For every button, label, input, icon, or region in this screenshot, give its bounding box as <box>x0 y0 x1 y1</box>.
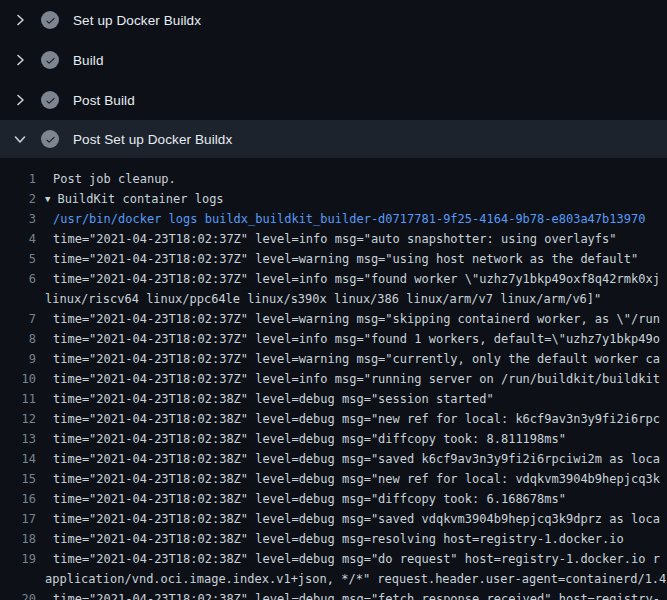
line-number[interactable]: 5 <box>0 252 36 266</box>
log-text: time="2021-04-23T18:02:38Z" level=debug … <box>53 412 660 426</box>
step-label: Set up Docker Buildx <box>73 13 201 28</box>
log-row: 2▼BuildKit container logs <box>0 189 667 209</box>
step-label: Build <box>73 53 104 68</box>
log-text: time="2021-04-23T18:02:38Z" level=debug … <box>53 552 660 566</box>
line-number[interactable]: 18 <box>0 532 36 546</box>
step-label: Post Build <box>73 93 135 108</box>
log-row: 10time="2021-04-23T18:02:37Z" level=info… <box>0 369 667 389</box>
log-row: 15time="2021-04-23T18:02:38Z" level=debu… <box>0 469 667 489</box>
chevron-right-icon[interactable] <box>12 52 28 68</box>
line-number[interactable]: 16 <box>0 492 36 506</box>
line-number[interactable]: 10 <box>0 372 36 386</box>
log-row: 3/usr/bin/docker logs buildx_buildkit_bu… <box>0 209 667 229</box>
steps-list: Set up Docker Buildx Build Post Build Po… <box>0 0 667 158</box>
log-row: 12time="2021-04-23T18:02:38Z" level=debu… <box>0 409 667 429</box>
log-row: 4time="2021-04-23T18:02:37Z" level=info … <box>0 229 667 249</box>
log-text: time="2021-04-23T18:02:38Z" level=debug … <box>53 592 660 600</box>
log-text: time="2021-04-23T18:02:38Z" level=debug … <box>53 532 624 546</box>
log-row: 7time="2021-04-23T18:02:37Z" level=warni… <box>0 309 667 329</box>
log-text: Post job cleanup. <box>53 172 176 186</box>
log-row: 9time="2021-04-23T18:02:37Z" level=warni… <box>0 349 667 369</box>
log-row: 14time="2021-04-23T18:02:38Z" level=debu… <box>0 449 667 469</box>
log-text: time="2021-04-23T18:02:37Z" level=info m… <box>53 332 660 346</box>
line-number[interactable]: 2 <box>0 192 36 206</box>
log-row: 20time="2021-04-23T18:02:38Z" level=debu… <box>0 589 667 600</box>
log-text: time="2021-04-23T18:02:38Z" level=debug … <box>53 452 660 466</box>
line-number[interactable]: 7 <box>0 312 36 326</box>
log-row: 11time="2021-04-23T18:02:38Z" level=debu… <box>0 389 667 409</box>
step-row-post-set-up-docker-buildx[interactable]: Post Set up Docker Buildx <box>0 120 667 158</box>
chevron-down-icon[interactable] <box>12 131 28 147</box>
line-number[interactable]: 14 <box>0 452 36 466</box>
log-lines: 1Post job cleanup.2▼BuildKit container l… <box>0 158 667 600</box>
log-row: 18time="2021-04-23T18:02:38Z" level=debu… <box>0 529 667 549</box>
log-text: linux/riscv64 linux/ppc64le linux/s390x … <box>45 292 601 306</box>
line-number[interactable]: 19 <box>0 552 36 566</box>
log-text: time="2021-04-23T18:02:37Z" level=info m… <box>53 272 660 286</box>
log-text: time="2021-04-23T18:02:38Z" level=debug … <box>53 472 660 486</box>
log-row: 17time="2021-04-23T18:02:38Z" level=debu… <box>0 509 667 529</box>
log-row: 5time="2021-04-23T18:02:37Z" level=warni… <box>0 249 667 269</box>
check-circle-icon <box>41 11 59 29</box>
log-text: time="2021-04-23T18:02:38Z" level=debug … <box>53 392 494 406</box>
log-text: time="2021-04-23T18:02:38Z" level=debug … <box>53 432 566 446</box>
log-text: time="2021-04-23T18:02:37Z" level=info m… <box>53 232 617 246</box>
log-text: time="2021-04-23T18:02:37Z" level=warnin… <box>53 312 660 326</box>
line-number[interactable]: 13 <box>0 432 36 446</box>
log-row: 19time="2021-04-23T18:02:38Z" level=debu… <box>0 549 667 569</box>
group-collapse-marker-icon[interactable]: ▼ <box>45 194 50 204</box>
step-label: Post Set up Docker Buildx <box>73 132 232 147</box>
step-row-set-up-docker-buildx[interactable]: Set up Docker Buildx <box>0 0 667 40</box>
chevron-right-icon[interactable] <box>12 92 28 108</box>
log-row: 13time="2021-04-23T18:02:38Z" level=debu… <box>0 429 667 449</box>
check-circle-icon <box>41 130 59 148</box>
line-number[interactable]: 12 <box>0 412 36 426</box>
group-label: BuildKit container logs <box>57 192 223 206</box>
line-number[interactable]: 1 <box>0 172 36 186</box>
line-number[interactable]: 11 <box>0 392 36 406</box>
line-number[interactable]: 20 <box>0 592 36 600</box>
log-text: application/vnd.oci.image.index.v1+json,… <box>45 572 666 586</box>
line-number[interactable]: 9 <box>0 352 36 366</box>
line-number[interactable]: 17 <box>0 512 36 526</box>
log-row: linux/riscv64 linux/ppc64le linux/s390x … <box>0 289 667 309</box>
log-text: time="2021-04-23T18:02:37Z" level=info m… <box>53 372 660 386</box>
check-circle-icon <box>41 51 59 69</box>
log-text: time="2021-04-23T18:02:38Z" level=debug … <box>53 512 660 526</box>
log-row: 6time="2021-04-23T18:02:37Z" level=info … <box>0 269 667 289</box>
log-row: 1Post job cleanup. <box>0 169 667 189</box>
step-row-post-build[interactable]: Post Build <box>0 80 667 120</box>
line-number[interactable]: 6 <box>0 272 36 286</box>
line-number[interactable]: 3 <box>0 212 36 226</box>
log-row: 16time="2021-04-23T18:02:38Z" level=debu… <box>0 489 667 509</box>
line-number[interactable]: 15 <box>0 472 36 486</box>
chevron-right-icon[interactable] <box>12 12 28 28</box>
log-command-text: /usr/bin/docker logs buildx_buildkit_bui… <box>53 212 645 226</box>
log-text: time="2021-04-23T18:02:38Z" level=debug … <box>53 492 566 506</box>
log-text: time="2021-04-23T18:02:37Z" level=warnin… <box>53 252 638 266</box>
log-text[interactable]: ▼BuildKit container logs <box>45 192 224 206</box>
line-number[interactable]: 4 <box>0 232 36 246</box>
log-text: time="2021-04-23T18:02:37Z" level=warnin… <box>53 352 660 366</box>
log-row: application/vnd.oci.image.index.v1+json,… <box>0 569 667 589</box>
log-row: 8time="2021-04-23T18:02:37Z" level=info … <box>0 329 667 349</box>
line-number[interactable]: 8 <box>0 332 36 346</box>
check-circle-icon <box>41 91 59 109</box>
step-row-build[interactable]: Build <box>0 40 667 80</box>
